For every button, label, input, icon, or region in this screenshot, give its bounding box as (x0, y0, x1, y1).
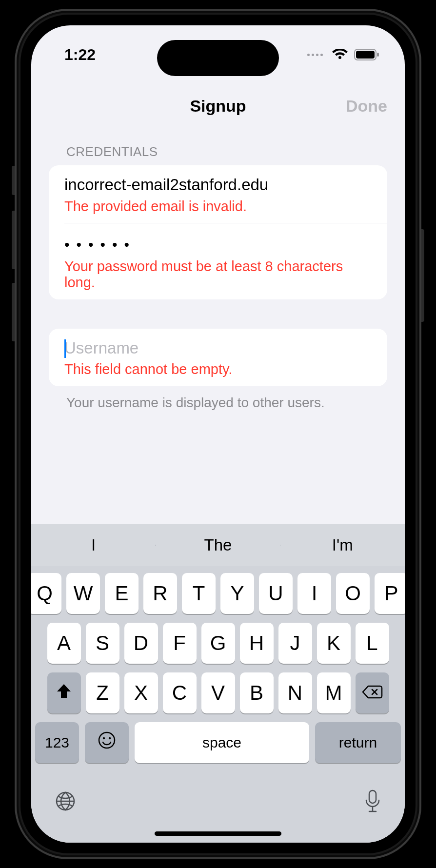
username-row[interactable]: This field cannot be empty. (49, 329, 387, 387)
suggestion-3[interactable]: I'm (280, 536, 405, 554)
device-bezel: 1:22 Signup Done (15, 9, 421, 859)
key-backspace[interactable] (356, 672, 389, 713)
key-z[interactable]: Z (86, 672, 119, 713)
status-time: 1:22 (64, 46, 96, 64)
key-f[interactable]: F (163, 623, 197, 664)
svg-rect-1 (356, 51, 375, 59)
suggestion-1[interactable]: I (31, 536, 156, 554)
wifi-icon (332, 49, 348, 60)
key-l[interactable]: L (356, 623, 389, 664)
keyboard: I The I'm Q W E R T Y U I O P (31, 524, 405, 843)
page-title: Signup (190, 97, 246, 116)
email-field[interactable] (64, 175, 372, 195)
key-j[interactable]: J (278, 623, 312, 664)
key-w[interactable]: W (66, 573, 100, 614)
key-p[interactable]: P (375, 573, 405, 614)
status-bar: 1:22 (31, 25, 405, 84)
svg-point-3 (99, 732, 115, 748)
battery-icon (354, 48, 380, 61)
key-a[interactable]: A (47, 623, 81, 664)
key-v[interactable]: V (201, 672, 235, 713)
email-row[interactable]: The provided email is invalid. (49, 165, 387, 223)
globe-icon[interactable] (54, 789, 77, 815)
text-cursor (64, 339, 66, 358)
username-error: This field cannot be empty. (64, 361, 372, 377)
username-footer: Your username is displayed to other user… (49, 386, 387, 411)
emoji-icon (98, 731, 116, 754)
password-row[interactable]: •••••• Your password must be at least 8 … (49, 223, 387, 299)
suggestion-2[interactable]: The (156, 536, 280, 554)
svg-point-5 (109, 737, 111, 739)
shift-icon (55, 681, 73, 705)
key-o[interactable]: O (336, 573, 370, 614)
username-field[interactable] (64, 338, 372, 358)
key-t[interactable]: T (182, 573, 216, 614)
password-error: Your password must be at least 8 charact… (64, 258, 372, 291)
key-h[interactable]: H (240, 623, 274, 664)
key-e[interactable]: E (105, 573, 139, 614)
svg-rect-2 (377, 53, 379, 57)
key-x[interactable]: X (124, 672, 158, 713)
key-u[interactable]: U (259, 573, 293, 614)
key-space[interactable]: space (135, 722, 309, 763)
key-g[interactable]: G (201, 623, 235, 664)
key-r[interactable]: R (143, 573, 177, 614)
key-q[interactable]: Q (31, 573, 61, 614)
home-indicator[interactable] (155, 831, 281, 836)
key-d[interactable]: D (124, 623, 158, 664)
section-header-credentials: CREDENTIALS (49, 128, 387, 165)
mic-icon[interactable] (363, 789, 382, 816)
key-k[interactable]: K (317, 623, 351, 664)
username-card: This field cannot be empty. (49, 329, 387, 387)
svg-rect-7 (369, 790, 376, 803)
key-s[interactable]: S (86, 623, 119, 664)
key-emoji[interactable] (85, 722, 129, 763)
key-b[interactable]: B (240, 672, 274, 713)
svg-point-4 (103, 737, 105, 739)
password-field[interactable]: •••••• (64, 233, 372, 255)
key-123[interactable]: 123 (35, 722, 79, 763)
done-button[interactable]: Done (346, 97, 387, 116)
cellular-dots-icon (307, 54, 323, 56)
nav-bar: Signup Done (31, 84, 405, 128)
key-m[interactable]: M (317, 672, 351, 713)
key-n[interactable]: N (278, 672, 312, 713)
key-i[interactable]: I (297, 573, 331, 614)
backspace-icon (361, 681, 383, 705)
key-y[interactable]: Y (220, 573, 254, 614)
key-shift[interactable] (47, 672, 81, 713)
credentials-card: The provided email is invalid. •••••• Yo… (49, 165, 387, 299)
key-return[interactable]: return (315, 722, 401, 763)
form-content: CREDENTIALS The provided email is invali… (31, 128, 405, 411)
screen: 1:22 Signup Done (31, 25, 405, 843)
suggestion-bar: I The I'm (31, 524, 405, 566)
key-c[interactable]: C (163, 672, 197, 713)
email-error: The provided email is invalid. (64, 198, 372, 215)
